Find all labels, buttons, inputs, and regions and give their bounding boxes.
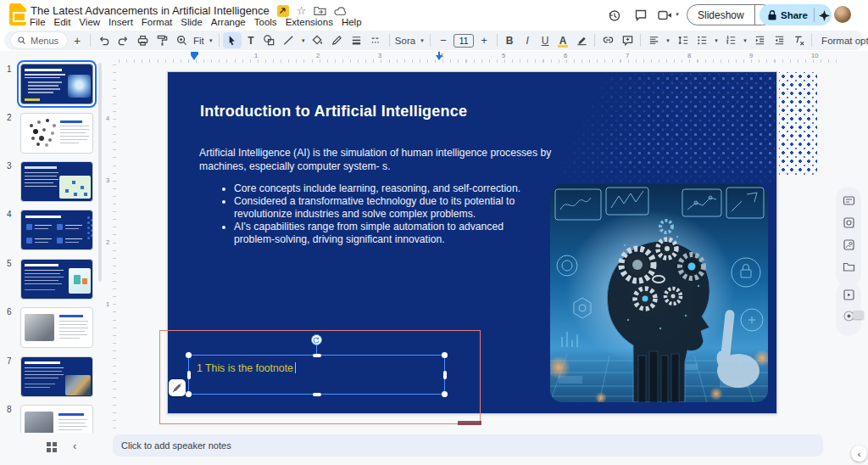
- menu-file[interactable]: File: [25, 17, 50, 29]
- resize-handle-ne[interactable]: [442, 352, 448, 358]
- cloud-saved-icon[interactable]: [334, 6, 348, 16]
- contacts-icon[interactable]: [843, 238, 855, 251]
- menu-extensions[interactable]: Extensions: [281, 17, 337, 29]
- bold-button[interactable]: B: [501, 32, 518, 48]
- zoom-value[interactable]: Fit: [192, 36, 206, 46]
- vertical-ruler[interactable]: 4 3 2 1: [105, 64, 116, 429]
- clear-formatting-button[interactable]: [789, 32, 808, 48]
- numbered-list-button[interactable]: [721, 32, 740, 48]
- slideshow-addon-icon[interactable]: [843, 289, 855, 301]
- numbered-list-caret-icon[interactable]: ▾: [741, 37, 749, 44]
- increase-indent-button[interactable]: [750, 32, 769, 48]
- align-button[interactable]: [644, 32, 663, 48]
- menu-format[interactable]: Format: [137, 17, 176, 29]
- slide-thumbnail-1-selected[interactable]: [17, 60, 97, 108]
- insert-comment-button[interactable]: [618, 32, 637, 48]
- bullet-item[interactable]: Considered a transformative technology d…: [234, 195, 532, 221]
- resize-handle-e[interactable]: [443, 371, 447, 379]
- side-panel-toggle-button[interactable]: ‹: [851, 445, 867, 462]
- print-button[interactable]: [133, 32, 152, 48]
- version-history-icon[interactable]: [605, 7, 622, 24]
- slide-thumbnail-7[interactable]: [20, 356, 93, 397]
- line-tool-button[interactable]: [280, 32, 298, 48]
- menu-tools[interactable]: Tools: [250, 17, 281, 29]
- decrease-indent-button[interactable]: [770, 32, 788, 48]
- increase-font-button[interactable]: +: [475, 32, 493, 48]
- font-size-input[interactable]: 11: [453, 34, 474, 48]
- align-caret-icon[interactable]: ▾: [664, 37, 672, 44]
- slide-thumbnail-8[interactable]: [20, 405, 93, 433]
- font-caret-icon[interactable]: ▾: [418, 37, 426, 44]
- line-spacing-button[interactable]: [673, 32, 692, 48]
- document-title[interactable]: The Latest Advancements in Artificial In…: [31, 4, 270, 17]
- border-dash-button[interactable]: [367, 32, 386, 48]
- slide-thumbnail-4[interactable]: [20, 210, 93, 250]
- horizontal-ruler[interactable]: 1 2 3 4 5 6 7 8 9 10: [119, 52, 837, 63]
- pen-tool-floating-button[interactable]: [169, 379, 186, 396]
- slide-thumbnail-6[interactable]: [20, 307, 93, 348]
- calendar-icon[interactable]: [843, 194, 855, 207]
- underline-button[interactable]: U: [537, 32, 554, 48]
- format-options-button[interactable]: Format options: [815, 36, 868, 46]
- menu-edit[interactable]: Edit: [50, 17, 75, 29]
- bulleted-list-caret-icon[interactable]: ▾: [712, 37, 721, 44]
- bullet-list[interactable]: Core concepts include learning, reasonin…: [220, 182, 532, 246]
- slide-thumbnail-2[interactable]: [20, 113, 93, 154]
- bullet-item[interactable]: AI's capabilities range from simple auto…: [234, 221, 532, 246]
- menus-search-button[interactable]: Menus: [11, 32, 67, 48]
- menu-help[interactable]: Help: [337, 17, 366, 29]
- menu-slide[interactable]: Slide: [176, 17, 207, 29]
- font-family-select[interactable]: Sora: [393, 36, 417, 46]
- ai-head-image[interactable]: [550, 184, 768, 402]
- menu-arrange[interactable]: Arrange: [207, 17, 250, 29]
- resize-handle-s[interactable]: [313, 393, 321, 396]
- rotation-handle-icon[interactable]: [311, 334, 322, 345]
- insert-link-button[interactable]: [598, 32, 617, 48]
- menu-insert[interactable]: Insert: [104, 17, 137, 29]
- text-color-button[interactable]: A: [554, 32, 571, 48]
- text-box-tool-button[interactable]: T: [242, 32, 259, 48]
- footnote-text[interactable]: 1 This is the footnote: [197, 362, 296, 374]
- meet-camera-icon[interactable]: [656, 7, 673, 24]
- fill-color-button[interactable]: [309, 32, 327, 48]
- move-folder-icon[interactable]: [314, 5, 326, 16]
- border-color-button[interactable]: [328, 32, 347, 48]
- resize-handle-w[interactable]: [187, 371, 191, 379]
- filmstrip-scrollbar[interactable]: [98, 63, 102, 282]
- bulleted-list-button[interactable]: [693, 32, 711, 48]
- account-avatar[interactable]: [834, 6, 851, 23]
- camera-caret-icon[interactable]: ▾: [673, 11, 682, 18]
- comments-icon[interactable]: [632, 7, 649, 24]
- resize-handle-nw[interactable]: [186, 352, 192, 358]
- resize-handle-n[interactable]: [313, 354, 321, 357]
- paint-format-button[interactable]: [153, 32, 171, 48]
- zoom-button[interactable]: [172, 32, 191, 48]
- cursor-marker[interactable]: [436, 55, 442, 64]
- highlight-color-button[interactable]: [572, 32, 591, 48]
- folder-icon[interactable]: [843, 261, 855, 273]
- border-weight-button[interactable]: [348, 32, 366, 48]
- grid-view-icon[interactable]: [47, 442, 51, 446]
- slides-logo-icon[interactable]: [9, 3, 26, 25]
- footnote-textbox-selected[interactable]: 1 This is the footnote: [188, 355, 445, 395]
- shortcut-badge-icon[interactable]: [277, 5, 289, 17]
- speaker-notes-input[interactable]: Click to add speaker notes: [113, 434, 823, 457]
- slide-title[interactable]: Introduction to Artificial Intelligence: [200, 103, 565, 120]
- collapse-filmstrip-icon[interactable]: ‹: [73, 440, 76, 452]
- bullet-item[interactable]: Core concepts include learning, reasonin…: [234, 182, 532, 195]
- redo-button[interactable]: [114, 32, 132, 48]
- star-icon[interactable]: ☆: [297, 5, 307, 16]
- select-tool-button[interactable]: [223, 32, 242, 48]
- resize-handle-sw[interactable]: [186, 391, 192, 397]
- shapes-tool-button[interactable]: [260, 32, 279, 48]
- slide-thumbnail-5[interactable]: [20, 259, 93, 300]
- new-slide-button[interactable]: +: [68, 32, 86, 48]
- keep-icon[interactable]: [843, 216, 855, 229]
- slide-thumbnail-1[interactable]: [20, 64, 93, 104]
- slide-intro-paragraph[interactable]: Artificial Intelligence (AI) is the simu…: [199, 147, 564, 173]
- menu-view[interactable]: View: [75, 17, 104, 29]
- resize-handle-se[interactable]: [442, 391, 448, 397]
- line-caret-icon[interactable]: ▾: [299, 37, 308, 44]
- italic-button[interactable]: I: [519, 32, 536, 48]
- indent-marker-triangle[interactable]: [191, 55, 198, 64]
